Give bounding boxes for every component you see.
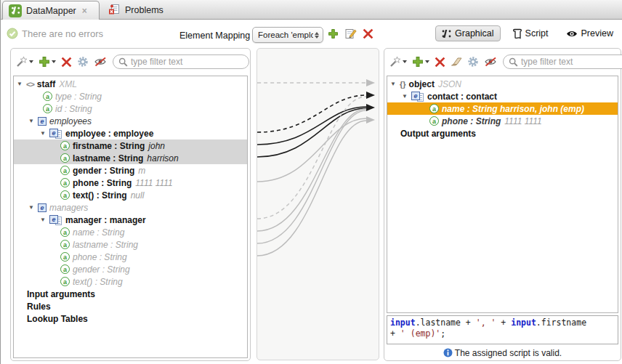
properties-gear-icon[interactable]: [467, 56, 479, 68]
search-icon: [509, 57, 518, 67]
hide-fields-eye-slash-icon[interactable]: [94, 57, 108, 67]
expand-arrow[interactable]: ▼: [40, 130, 49, 137]
expand-arrow[interactable]: ▼: [28, 118, 38, 124]
element-mapping-icon: e: [49, 215, 62, 225]
attribute-icon: a: [429, 104, 439, 113]
input-filter-input[interactable]: [131, 57, 243, 67]
delete-mapping-button[interactable]: [363, 28, 373, 39]
view-graphical-button[interactable]: Graphical: [435, 25, 501, 41]
tree-row-manager-lastname[interactable]: a lastname : String: [14, 238, 247, 251]
edit-mapping-button[interactable]: [344, 28, 357, 39]
mapping-toolbar: There are no errors Element Mapping Fore…: [1, 20, 622, 46]
node-label: gender : String: [73, 264, 130, 275]
tab-label: DataMapper: [26, 6, 76, 16]
expand-arrow[interactable]: ▼: [17, 81, 26, 87]
datamapper-icon: [9, 4, 22, 17]
tab-problems[interactable]: Problems: [102, 1, 169, 20]
tree-row-type[interactable]: a type : String: [14, 90, 247, 102]
tab-datamapper[interactable]: DataMapper ×: [2, 1, 100, 20]
output-filter-input[interactable]: [521, 57, 622, 67]
tree-row-managers[interactable]: ▼ e managers: [14, 201, 247, 214]
preview-eye-icon: [566, 30, 578, 38]
add-mapping-button[interactable]: [328, 28, 339, 39]
node-label: employees: [49, 116, 92, 126]
tree-row-object[interactable]: ▼ {} object JSON: [387, 78, 618, 90]
expand-arrow[interactable]: ▼: [390, 81, 400, 87]
tree-row-id[interactable]: a id : String: [14, 102, 247, 115]
node-value: 1111 1111: [135, 178, 172, 188]
properties-gear-icon[interactable]: [77, 56, 89, 68]
info-icon: [443, 348, 453, 357]
tree-row-manager-gender[interactable]: a gender : String: [14, 263, 247, 275]
script-icon: [512, 28, 522, 39]
mapping-canvas[interactable]: [257, 48, 379, 360]
tree-row-manager-phone[interactable]: a phone : String: [14, 251, 247, 263]
tree-row-employee[interactable]: ▼ e employee : employee: [14, 127, 247, 139]
expand-arrow[interactable]: ▼: [402, 93, 411, 100]
node-label: employee : employee: [65, 129, 153, 139]
element-icon: e: [38, 117, 47, 126]
output-tree: ▼ {} object JSON ▼ e contact : contact a…: [387, 76, 618, 313]
expand-arrow[interactable]: ▼: [40, 217, 49, 223]
tree-row-contact[interactable]: ▼ e contact : contact: [387, 90, 618, 102]
element-mapping-label: Element Mapping: [179, 31, 250, 41]
json-object-icon: {}: [400, 80, 406, 89]
output-filter-box: [503, 54, 622, 69]
node-label: name : String: [73, 227, 124, 238]
tree-row-name-selected[interactable]: a name : String harrison, john (emp): [387, 102, 618, 115]
add-field-button[interactable]: [412, 56, 429, 68]
script-editor[interactable]: input.lastname + ', ' + input.firstname …: [387, 315, 618, 344]
clear-eraser-icon[interactable]: [451, 57, 462, 67]
tree-row-manager-name[interactable]: a name : String: [14, 226, 247, 238]
tree-row-manager[interactable]: ▼ e manager : manager: [14, 214, 247, 226]
close-icon[interactable]: ×: [82, 6, 87, 16]
node-label: name : String harrison, john (emp): [442, 104, 584, 114]
tree-row-gender[interactable]: a gender : String m: [14, 164, 247, 177]
delete-field-button[interactable]: [61, 57, 72, 68]
tree-row-employees[interactable]: ▼ e employees: [14, 115, 247, 127]
element-mapping-icon: e: [49, 129, 62, 139]
node-label: phone : String: [73, 252, 127, 262]
tree-section-input-arguments[interactable]: Input arguments: [14, 288, 247, 300]
tree-row-phone[interactable]: a phone : String 1111 1111: [14, 177, 247, 189]
auto-map-wand-button[interactable]: [15, 56, 33, 68]
attribute-icon: a: [60, 190, 70, 200]
chevron-down-icon: [52, 60, 56, 63]
tree-row-lastname[interactable]: a lastname : String harrison: [14, 152, 247, 164]
add-field-button[interactable]: [39, 56, 56, 68]
tree-section-lookup-tables[interactable]: Lookup Tables: [14, 312, 247, 325]
section-label: Lookup Tables: [27, 314, 88, 324]
tree-row-text[interactable]: a text() : String null: [14, 189, 247, 201]
tree-section-output-arguments[interactable]: Output arguments: [387, 127, 618, 139]
input-tree: ▼ <> staff XML a type : String a id : St…: [13, 76, 248, 358]
tree-row-manager-text[interactable]: a text() : String: [14, 275, 247, 288]
tree-section-rules[interactable]: Rules: [14, 300, 247, 312]
view-preview-button[interactable]: Preview: [560, 26, 619, 41]
node-label: lastname : String: [73, 240, 138, 250]
expand-arrow[interactable]: ▼: [28, 204, 38, 211]
node-value: john: [148, 141, 165, 151]
tab-label: Problems: [125, 5, 163, 15]
view-script-button[interactable]: Script: [506, 26, 554, 41]
tree-row-phone[interactable]: a phone : String 1111 1111: [387, 115, 618, 127]
tree-row-firstname[interactable]: a firstname : String john: [14, 139, 247, 152]
node-label: object: [409, 79, 435, 89]
input-panel: ▼ <> staff XML a type : String a id : St…: [10, 48, 251, 361]
delete-field-button[interactable]: [435, 57, 445, 68]
auto-map-wand-button[interactable]: [389, 56, 407, 68]
hide-fields-eye-slash-icon[interactable]: [484, 57, 498, 67]
attribute-icon: a: [60, 178, 70, 187]
input-toolbar: [11, 49, 250, 75]
node-value: null: [131, 190, 145, 201]
output-panel: ▼ {} object JSON ▼ e contact : contact a…: [384, 48, 621, 361]
element-icon: e: [38, 203, 47, 212]
node-value: 1111 1111: [504, 116, 541, 126]
datamapper-editor: DataMapper × Problems There are no error…: [0, 0, 622, 364]
attribute-icon: a: [60, 227, 70, 237]
tree-row-staff[interactable]: ▼ <> staff XML: [14, 78, 247, 90]
node-label: staff: [37, 79, 55, 89]
attribute-icon: a: [60, 240, 70, 249]
element-mapping-dropdown[interactable]: Foreach 'employee': [252, 27, 323, 43]
node-value: m: [138, 166, 145, 176]
view-label: Preview: [581, 28, 613, 39]
